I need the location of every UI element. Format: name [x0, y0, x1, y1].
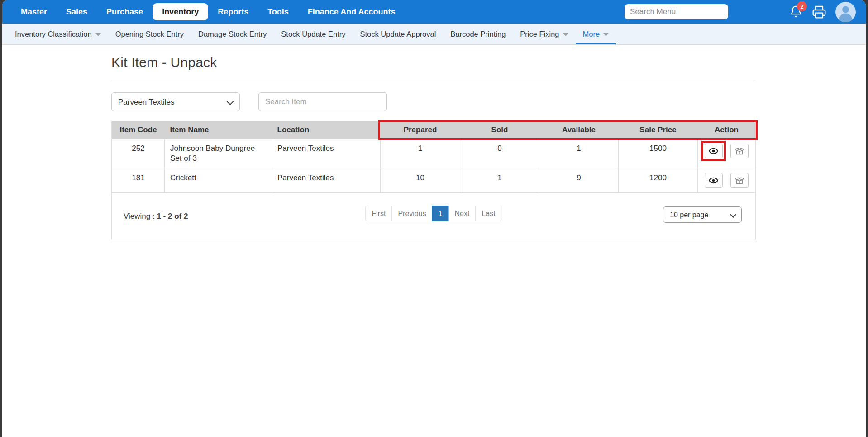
topnav-item-inventory[interactable]: Inventory [153, 3, 208, 20]
cell-location: Parveen Textiles [272, 168, 381, 193]
topnav-item-reports[interactable]: Reports [208, 3, 258, 20]
subnav-item-more[interactable]: More [576, 24, 616, 44]
cell-item-name: Crickett [165, 168, 272, 193]
subnav-item-damage-stock-entry[interactable]: Damage Stock Entry [191, 24, 274, 44]
cell-item-code: 252 [112, 139, 165, 168]
user-avatar[interactable] [835, 2, 856, 22]
subnav-item-price-fixing[interactable]: Price Fixing [513, 24, 575, 44]
print-button[interactable] [812, 5, 826, 19]
pagination-next-button[interactable]: Next [448, 206, 476, 221]
column-header-available: Available [539, 121, 619, 139]
chevron-down-icon [603, 33, 609, 36]
cell-prepared: 1 [381, 139, 460, 168]
view-kit-button[interactable] [705, 144, 723, 158]
column-header-action: Action [698, 121, 756, 139]
subnav-label: Damage Stock Entry [198, 30, 267, 38]
topnav-item-sales[interactable]: Sales [57, 3, 97, 20]
unpack-box-icon [734, 176, 744, 186]
subnav-label: More [583, 30, 600, 38]
main-content: Kit Item - Unpack Parveen Textiles Item … [2, 45, 866, 240]
pagination-last-button[interactable]: Last [475, 206, 501, 221]
viewing-value: 1 - 2 of 2 [157, 212, 188, 221]
table-header-row: Item Code Item Name Location Prepared So… [112, 121, 756, 139]
unpack-kit-button[interactable] [730, 173, 749, 188]
notification-bell-button[interactable]: 2 [789, 5, 803, 19]
cell-sale-price: 1200 [619, 168, 698, 193]
notification-count-badge: 2 [797, 1, 807, 11]
subnav-label: Barcode Printing [450, 30, 506, 38]
pagination: First Previous 1 Next Last [365, 206, 501, 221]
topnav-right-cluster: 2 [625, 2, 858, 22]
subnav-label: Stock Update Entry [281, 30, 345, 38]
subnav-label: Price Fixing [520, 30, 559, 38]
cell-item-name: Johnsoon Baby Dungree Set of 3 [165, 139, 272, 168]
column-header-item-code: Item Code [112, 121, 165, 139]
search-menu-input[interactable] [625, 4, 728, 19]
table-footer: Viewing : 1 - 2 of 2 First Previous 1 Ne… [112, 193, 755, 240]
topnav-item-tools[interactable]: Tools [258, 3, 298, 20]
per-page-select-wrap: 10 per page [663, 206, 742, 223]
subnav-label: Inventory Classification [15, 30, 92, 38]
cell-available: 9 [539, 168, 619, 193]
cell-sold: 1 [460, 168, 539, 193]
subnav-item-inventory-classification[interactable]: Inventory Classification [8, 24, 108, 44]
column-header-item-name: Item Name [165, 121, 272, 139]
printer-icon [812, 5, 826, 19]
table-row: 181 Crickett Parveen Textiles 10 1 9 120… [112, 168, 756, 193]
cell-action [698, 139, 756, 168]
filter-bar: Parveen Textiles [111, 92, 866, 111]
cell-action [698, 168, 756, 193]
view-kit-button[interactable] [705, 173, 723, 188]
viewing-label: Viewing : [124, 212, 155, 221]
cell-available: 1 [539, 139, 619, 168]
cell-prepared: 10 [381, 168, 460, 193]
column-header-location: Location [272, 121, 381, 139]
cell-sale-price: 1500 [619, 139, 698, 168]
cell-item-code: 181 [112, 168, 165, 193]
kit-item-table-panel: Item Code Item Name Location Prepared So… [111, 121, 756, 240]
chevron-down-icon [563, 33, 568, 36]
location-select-wrap: Parveen Textiles [111, 92, 240, 111]
app-window: Master Sales Purchase Inventory Reports … [2, 0, 866, 437]
topnav-item-finance-and-accounts[interactable]: Finance And Accounts [298, 3, 405, 20]
subnav-label: Opening Stock Entry [115, 30, 184, 38]
column-header-sale-price: Sale Price [619, 121, 698, 139]
cell-location: Parveen Textiles [272, 139, 381, 168]
page-title: Kit Item - Unpack [111, 55, 866, 70]
inventory-sub-navigation: Inventory Classification Opening Stock E… [2, 24, 866, 45]
topnav-item-purchase[interactable]: Purchase [97, 3, 153, 20]
subnav-item-stock-update-approval[interactable]: Stock Update Approval [353, 24, 443, 44]
unpack-box-icon [734, 146, 744, 156]
title-divider [111, 80, 756, 80]
subnav-item-opening-stock-entry[interactable]: Opening Stock Entry [108, 24, 191, 44]
chevron-down-icon [95, 33, 101, 36]
column-header-prepared: Prepared [381, 121, 460, 139]
per-page-select[interactable]: 10 per page [663, 206, 742, 223]
pagination-page-1-button[interactable]: 1 [432, 206, 449, 221]
eye-icon [709, 176, 718, 185]
subnav-item-stock-update-entry[interactable]: Stock Update Entry [274, 24, 353, 44]
search-item-input[interactable] [258, 92, 387, 111]
pagination-first-button[interactable]: First [365, 206, 392, 221]
pagination-previous-button[interactable]: Previous [391, 206, 432, 221]
subnav-item-barcode-printing[interactable]: Barcode Printing [443, 24, 513, 44]
topnav-item-master[interactable]: Master [11, 3, 57, 20]
top-navigation-bar: Master Sales Purchase Inventory Reports … [2, 0, 866, 24]
viewing-summary: Viewing : 1 - 2 of 2 [124, 212, 188, 221]
eye-icon [709, 146, 718, 156]
table-row: 252 Johnsoon Baby Dungree Set of 3 Parve… [112, 139, 756, 168]
unpack-kit-button[interactable] [730, 144, 749, 158]
location-select[interactable]: Parveen Textiles [111, 92, 240, 111]
cell-sold: 0 [460, 139, 539, 168]
subnav-label: Stock Update Approval [360, 30, 436, 38]
kit-item-table: Item Code Item Name Location Prepared So… [112, 121, 756, 193]
column-header-sold: Sold [460, 121, 539, 139]
